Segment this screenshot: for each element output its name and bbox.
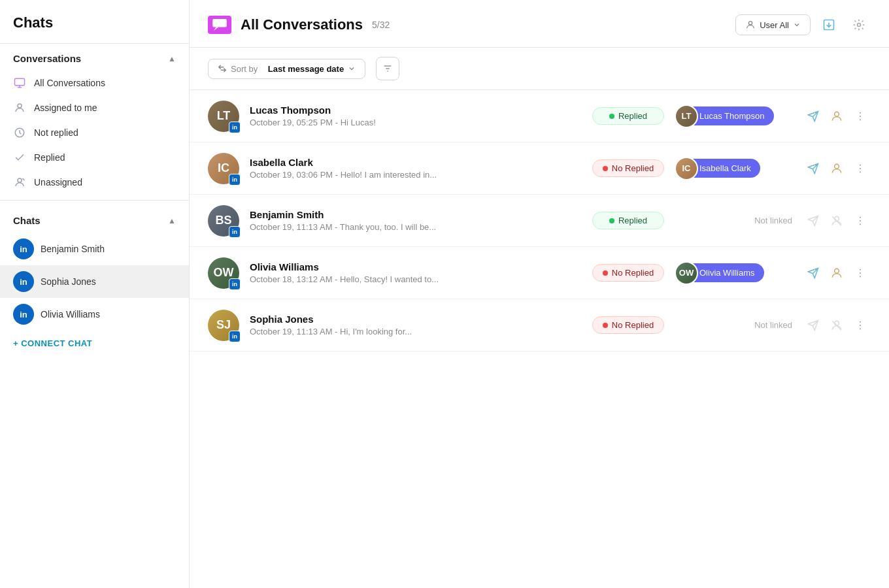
sophia-more-icon[interactable] — [850, 315, 871, 336]
olivia-status-label: No Replied — [612, 268, 654, 278]
svg-point-3 — [18, 178, 22, 182]
count-badge: 5/32 — [372, 20, 390, 30]
benjamin-avatar-wrap: BS in — [208, 205, 239, 237]
conversations-label: Conversations — [13, 53, 81, 64]
lucas-agent-icon[interactable] — [826, 106, 847, 127]
svg-point-29 — [860, 276, 861, 277]
sophia-status: No Replied — [592, 316, 664, 334]
olivia-forward-icon[interactable] — [803, 263, 824, 284]
svg-point-28 — [860, 272, 861, 273]
lucas-name: Lucas Thompson — [250, 105, 582, 116]
svg-point-20 — [860, 171, 861, 172]
isabella-assignee-avatar: IC — [675, 157, 698, 180]
isabella-agent-icon[interactable] — [826, 158, 847, 179]
chats-section: Chats ▲ in Benjamin Smith in Sophia Jone… — [0, 206, 189, 331]
lucas-assignee-label: Lucas Thompson — [693, 106, 774, 125]
benjamin-agent-icon[interactable] — [826, 210, 847, 231]
lucas-more-icon[interactable] — [850, 106, 871, 127]
sophia-linkedin-badge: in — [229, 331, 241, 342]
svg-line-31 — [832, 321, 841, 329]
conv-row-sophia[interactable]: SJ in Sophia Jones October 19, 11:13 AM … — [190, 299, 889, 351]
sophia-preview: October 19, 11:13 AM - Hi, I'm looking f… — [250, 327, 582, 336]
sort-button[interactable]: Sort by Last message date — [208, 59, 365, 79]
filter-button[interactable] — [376, 57, 399, 80]
olivia-info: Olivia Williams October 18, 13:12 AM - H… — [250, 261, 582, 284]
isabella-name: Isabella Clark — [250, 157, 582, 168]
svg-point-19 — [860, 167, 861, 169]
connect-chat-button[interactable]: + CONNECT CHAT — [0, 331, 189, 356]
chats-label: Chats — [13, 215, 41, 226]
person-icon — [13, 101, 26, 114]
sidebar-item-not-replied[interactable]: Not replied — [0, 120, 189, 145]
conv-row-olivia[interactable]: OW in Olivia Williams October 18, 13:12 … — [190, 247, 889, 299]
lucas-assignee-chip[interactable]: LT Lucas Thompson — [675, 105, 792, 128]
svg-point-23 — [860, 216, 861, 218]
header-left: All Conversations 5/32 — [208, 16, 390, 34]
sidebar-item-replied[interactable]: Replied — [0, 145, 189, 170]
olivia-assignee-avatar: OW — [675, 261, 698, 285]
sophia-status-dot — [603, 323, 608, 328]
sidebar-item-unassigned[interactable]: Unassigned — [0, 170, 189, 195]
download-icon-button[interactable] — [817, 13, 841, 37]
lucas-forward-icon[interactable] — [803, 106, 824, 127]
sidebar-divider — [0, 200, 189, 201]
benjamin-forward-icon[interactable] — [803, 210, 824, 231]
sidebar-item-all-conversations[interactable]: All Conversations — [0, 71, 189, 95]
isabella-more-icon[interactable] — [850, 158, 871, 179]
conversations-section-header[interactable]: Conversations ▲ — [0, 44, 189, 71]
sidebar-chat-olivia[interactable]: in Olivia Williams — [0, 298, 189, 331]
lucas-avatar-wrap: LT in — [208, 101, 239, 132]
isabella-preview: October 19, 03:06 PM - Hello! I am inter… — [250, 170, 582, 180]
conv-row-lucas[interactable]: LT in Lucas Thompson October 19, 05:25 P… — [190, 90, 889, 142]
lucas-actions — [803, 106, 871, 127]
svg-line-22 — [832, 216, 841, 225]
sidebar-title: Chats — [0, 0, 189, 44]
lucas-status: Replied — [592, 107, 664, 125]
conversation-list: LT in Lucas Thompson October 19, 05:25 P… — [190, 90, 889, 588]
toolbar-row: Sort by Last message date — [190, 48, 889, 90]
lucas-assignee-avatar: LT — [675, 105, 698, 128]
benjamin-assignee-area: Not linked — [675, 216, 792, 225]
olivia-agent-icon[interactable] — [826, 263, 847, 284]
sophia-actions — [803, 315, 871, 336]
svg-point-24 — [860, 220, 861, 221]
settings-icon-button[interactable] — [847, 13, 871, 37]
isabella-assignee-chip[interactable]: IC Isabella Clark — [675, 157, 792, 180]
olivia-more-icon[interactable] — [850, 263, 871, 284]
benjamin-label: Benjamin Smith — [41, 244, 105, 254]
sophia-forward-icon[interactable] — [803, 315, 824, 336]
olivia-linkedin-badge: in — [229, 278, 241, 290]
main-title: All Conversations — [241, 16, 363, 33]
isabella-actions — [803, 158, 871, 179]
isabella-assignee-label: Isabella Clark — [693, 159, 760, 178]
conv-row-isabella[interactable]: IC in Isabella Clark October 19, 03:06 P… — [190, 142, 889, 195]
isabella-status: No Replied — [592, 159, 664, 177]
isabella-status-label: No Replied — [612, 163, 654, 173]
conversations-section: Conversations ▲ All Conversations Assign… — [0, 44, 189, 195]
not-replied-label: Not replied — [34, 127, 78, 138]
connect-chat-label: + CONNECT CHAT — [13, 338, 92, 348]
svg-point-32 — [860, 321, 861, 322]
sophia-agent-icon[interactable] — [826, 315, 847, 336]
conv-row-benjamin[interactable]: BS in Benjamin Smith October 19, 11:13 A… — [190, 195, 889, 247]
sidebar-chat-sophia[interactable]: in Sophia Jones — [0, 265, 189, 298]
sidebar-chat-benjamin[interactable]: in Benjamin Smith — [0, 233, 189, 265]
main-content: All Conversations 5/32 User All — [190, 0, 889, 588]
olivia-avatar: in — [13, 304, 34, 325]
olivia-assignee-chip[interactable]: OW Olivia Williams — [675, 261, 792, 285]
conversations-chevron: ▲ — [168, 54, 176, 63]
sophia-info: Sophia Jones October 19, 11:13 AM - Hi, … — [250, 314, 582, 336]
chats-section-header[interactable]: Chats ▲ — [0, 206, 189, 233]
sort-value: Last message date — [268, 64, 344, 74]
olivia-actions — [803, 263, 871, 284]
svg-point-26 — [835, 269, 839, 273]
sidebar-item-assigned-to-me[interactable]: Assigned to me — [0, 95, 189, 120]
olivia-label: Olivia Williams — [41, 309, 100, 319]
olivia-avatar-wrap: OW in — [208, 257, 239, 289]
svg-point-16 — [860, 119, 861, 120]
main-header: All Conversations 5/32 User All — [190, 0, 889, 48]
clock-icon — [13, 126, 26, 139]
benjamin-more-icon[interactable] — [850, 210, 871, 231]
user-filter-button[interactable]: User All — [735, 14, 811, 35]
isabella-forward-icon[interactable] — [803, 158, 824, 179]
